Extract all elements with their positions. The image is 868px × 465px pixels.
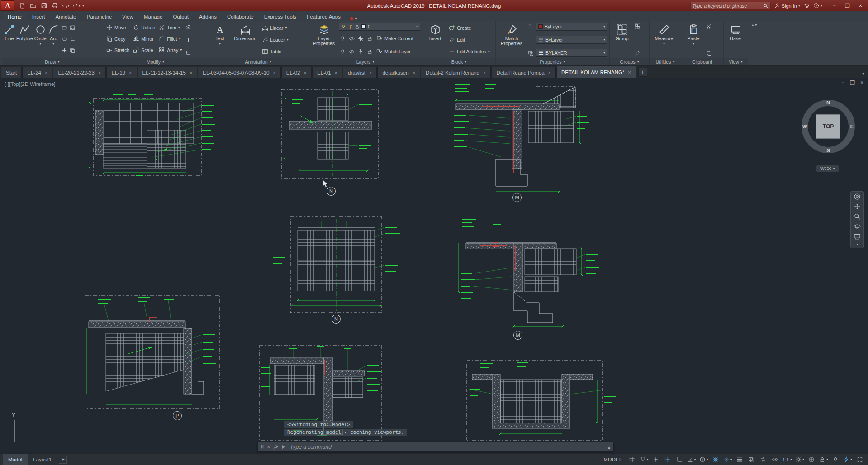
close-icon[interactable]: × [45, 70, 47, 75]
file-tab-detail-kolam-renang[interactable]: DETAIL KOLAM RENANG*× [556, 66, 636, 78]
restore-button[interactable]: ❐ [841, 0, 854, 11]
table-button[interactable]: Table [261, 46, 290, 57]
paste-button[interactable]: Paste▾ [683, 22, 704, 57]
transparency-toggle[interactable] [746, 455, 757, 465]
rotate-button[interactable]: Rotate [132, 22, 157, 33]
sign-in-button[interactable]: Sign In ▾ [774, 3, 800, 9]
file-tab-el-19[interactable]: EL-19× [106, 67, 137, 78]
scale-button[interactable]: Scale [132, 45, 157, 56]
ribbon-tab-parametric[interactable]: Parametric [82, 13, 117, 21]
viewport-close-icon[interactable]: × [860, 80, 863, 86]
command-input[interactable] [290, 444, 605, 450]
object-color-select[interactable]: ByLayer▾ [536, 23, 607, 31]
group-button[interactable]: Group [612, 22, 632, 57]
tab-overflow-button[interactable]: ▾ [862, 71, 864, 76]
compass-east[interactable]: E [850, 124, 854, 129]
viewcube[interactable]: N S W E TOP [802, 100, 855, 153]
plot-button[interactable] [50, 1, 60, 10]
new-file-button[interactable] [17, 1, 27, 10]
ribbon-collapse-button[interactable]: ▴ ▾ [748, 21, 761, 65]
object-snap-tracking-toggle[interactable] [710, 455, 721, 465]
cut-button[interactable] [705, 23, 713, 30]
file-tab-detail-ruang-pompa[interactable]: Detail Ruang Pompa× [491, 67, 556, 78]
ribbon-tab-home[interactable]: Home [3, 13, 27, 21]
panel-title-view[interactable]: View▾ [724, 58, 748, 65]
close-icon[interactable]: × [548, 70, 551, 75]
file-tab-detailkusen[interactable]: detailkusen× [377, 67, 420, 78]
layer-thaw-button[interactable] [357, 48, 365, 56]
wcs-menu[interactable]: WCS▾ [816, 165, 839, 172]
show-motion-button[interactable] [854, 233, 861, 240]
panel-title-utilities[interactable]: Utilities▾ [650, 58, 681, 65]
panel-title-groups[interactable]: Groups▾ [610, 58, 649, 65]
properties-select-button[interactable] [527, 49, 535, 57]
layout1-tab[interactable]: Layout1 [28, 454, 57, 465]
file-tab-el-24[interactable]: EL-24× [22, 67, 52, 78]
ribbon-tab-insert[interactable]: Insert [27, 13, 50, 21]
make-current-button[interactable]: Make Current [375, 33, 415, 44]
file-tab-start[interactable]: Start [1, 67, 22, 78]
app-logo[interactable]: A [1, 0, 14, 11]
close-icon[interactable]: × [483, 70, 486, 75]
dimension-button[interactable]: Dimension [231, 22, 259, 57]
ortho-toggle[interactable] [674, 455, 685, 465]
annotation-visibility-toggle[interactable] [769, 455, 781, 465]
save-button[interactable] [39, 1, 49, 10]
viewport-restore-icon[interactable]: ❐ [850, 80, 855, 86]
ribbon-tab-collaborate[interactable]: Collaborate [222, 13, 259, 21]
file-tab-el-11-12-13-14-15[interactable]: EL-11-12-13-14-15× [138, 67, 198, 78]
layer-lock-button[interactable] [366, 35, 374, 42]
drag-grip-icon[interactable]: ⣿ [261, 445, 265, 449]
panel-title-annotation[interactable]: Annotation▾ [208, 58, 308, 65]
circle-button[interactable]: Circle▾ [34, 22, 47, 57]
close-icon[interactable]: × [129, 70, 132, 75]
compass-west[interactable]: W [802, 124, 807, 129]
recent-commands-icon[interactable]: ▴ [608, 445, 610, 450]
panel-title-properties[interactable]: Properties▾ [496, 58, 609, 65]
ribbon-tab-manage[interactable]: Manage [139, 13, 168, 21]
base-view-button[interactable]: Base [726, 22, 745, 57]
undo-button[interactable]: ▾ [61, 1, 71, 10]
customize-wrench-icon[interactable] [273, 444, 279, 450]
orbit-button[interactable] [854, 223, 861, 230]
insert-button[interactable]: Insert [424, 22, 446, 57]
ribbon-options-button[interactable]: ▾ [346, 17, 360, 21]
redo-button[interactable]: ▾ [71, 1, 81, 10]
measure-button[interactable]: Measure▾ [651, 22, 677, 57]
zoom-button[interactable] [854, 213, 861, 220]
help-button[interactable]: ▾ [813, 3, 822, 9]
layer-isolate-button[interactable] [348, 35, 356, 42]
layer-properties-button[interactable]: Layer Properties [310, 22, 337, 57]
close-icon[interactable]: × [273, 70, 275, 75]
move-button[interactable]: Move [105, 22, 131, 33]
create-block-button[interactable]: Create [447, 23, 491, 33]
close-icon[interactable]: × [190, 70, 192, 75]
panel-title-modify[interactable]: Modify▾ [103, 58, 208, 65]
new-drawing-tab-button[interactable]: + [638, 68, 647, 77]
match-properties-button[interactable]: Match Properties [498, 22, 526, 57]
viewport-controls[interactable]: [-][Top][2D Wireframe] [5, 81, 55, 87]
linear-button[interactable]: Linear▾ [261, 23, 290, 33]
ribbon-tab-express-tools[interactable]: Express Tools [259, 13, 301, 21]
polar-tracking-toggle[interactable]: ▾ [686, 455, 697, 465]
ribbon-tab-add-ins[interactable]: Add-ins [194, 13, 222, 21]
file-tab-el-20-21-22-23[interactable]: EL-20-21-22-23× [53, 67, 106, 78]
close-icon[interactable]: × [335, 70, 337, 75]
layer-freeze-button[interactable] [357, 35, 365, 42]
layer-on-button[interactable] [339, 48, 346, 56]
panel-title-block[interactable]: Block▾ [422, 58, 495, 65]
minimize-button[interactable]: − [828, 0, 841, 11]
ribbon-tab-output[interactable]: Output [168, 13, 194, 21]
rectangle-button[interactable] [61, 24, 68, 32]
ungroup-button[interactable] [634, 23, 641, 30]
mirror-button[interactable]: Mirror [132, 33, 157, 44]
annotation-monitor-toggle[interactable] [806, 455, 817, 465]
explode-button[interactable] [185, 36, 192, 44]
file-tab-drawlist[interactable]: drawlist× [343, 67, 377, 78]
new-layout-button[interactable]: + [59, 456, 67, 464]
stretch-button[interactable]: Stretch [105, 45, 131, 56]
file-tab-detail-2-kolam-renang[interactable]: Detail-2 Kolam Renang× [421, 67, 491, 78]
array-button[interactable]: Array▾ [157, 45, 183, 56]
layer-off-button[interactable] [339, 35, 346, 42]
match-layer-button[interactable]: Match Layer [375, 46, 412, 57]
